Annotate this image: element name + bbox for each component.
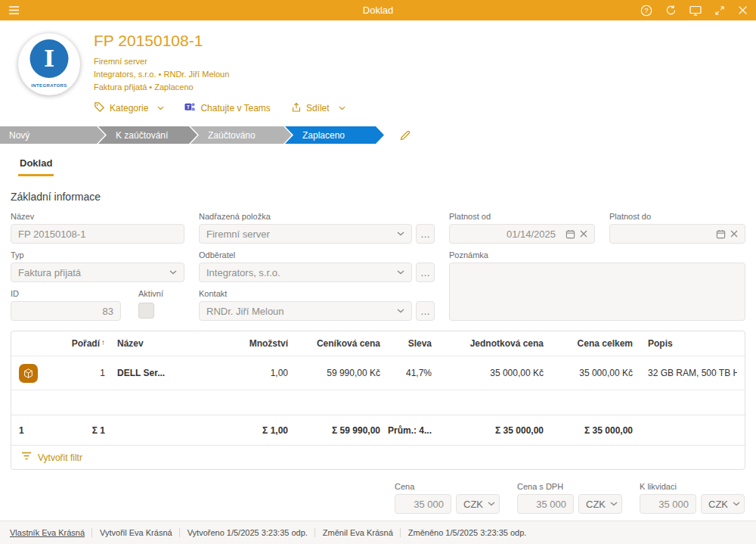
status-stage-bar: Nový K zaúčtování Zaúčtováno Zaplaceno bbox=[0, 126, 756, 144]
clear-icon[interactable] bbox=[580, 230, 587, 238]
cena-input[interactable]: 35 000 bbox=[395, 494, 451, 514]
total-label-cena: Cena bbox=[395, 482, 500, 491]
hamburger-menu-icon[interactable] bbox=[8, 5, 20, 15]
modified-timestamp: Změněno 1/5/2025 3:23:35 odp. bbox=[400, 528, 527, 537]
cell-jednotkova-cena: 35 000,00 Kč bbox=[432, 368, 544, 378]
odberatel-more-button[interactable]: … bbox=[416, 263, 435, 282]
summary-cenikova-cena: Σ 59 990,00 bbox=[288, 425, 380, 436]
totals-panel: Cena 35 000 CZK Cena s DPH 35 000 CZK K … bbox=[11, 482, 745, 514]
filter-icon bbox=[21, 452, 32, 463]
grid-summary-row: 1 Σ 1 Σ 1,00 Σ 59 990,00 Prům.: 4... Σ 3… bbox=[11, 415, 745, 446]
nazev-input[interactable]: FP 20150108-1 bbox=[11, 224, 184, 244]
typ-combo[interactable]: Faktura přijatá bbox=[11, 263, 184, 282]
svg-text:T: T bbox=[187, 104, 191, 110]
window-titlebar: Doklad ? bbox=[0, 0, 756, 20]
cell-cena-celkem: 35 000,00 Kč bbox=[544, 368, 633, 378]
chevron-down-icon bbox=[169, 270, 177, 275]
nadrazena-polozka-more-button[interactable]: … bbox=[416, 224, 435, 244]
nadrazena-polozka-combo[interactable]: Firemní server bbox=[199, 224, 412, 244]
column-header-mnozstvi[interactable]: Množství bbox=[218, 338, 288, 349]
sync-icon[interactable] bbox=[665, 5, 677, 16]
grid-row[interactable]: 1 DELL Ser... 1,00 59 990,00 Kč 41,7% 35… bbox=[11, 356, 745, 390]
help-icon[interactable]: ? bbox=[640, 5, 652, 17]
summary-count: 1 bbox=[19, 425, 46, 436]
chevron-down-icon bbox=[397, 270, 404, 275]
summary-jednotkova-cena: Σ 35 000,00 bbox=[432, 425, 544, 436]
tab-bar: Doklad bbox=[18, 156, 738, 176]
line-items-grid: Pořadí↑ Název Množství Ceníková cena Sle… bbox=[11, 331, 745, 470]
edit-stage-pencil-icon[interactable] bbox=[399, 129, 411, 141]
calendar-icon[interactable] bbox=[565, 229, 575, 239]
poznamka-textarea[interactable] bbox=[449, 263, 745, 321]
cell-mnozstvi: 1,00 bbox=[218, 368, 288, 378]
id-input[interactable]: 83 bbox=[11, 301, 121, 321]
stage-zauctovano[interactable]: Zaúčtováno bbox=[191, 126, 292, 144]
created-by-text: Vytvořil Eva Krásná bbox=[91, 528, 172, 537]
platnost-do-datepicker[interactable] bbox=[609, 224, 745, 244]
cena-s-dph-currency-select[interactable]: CZK bbox=[578, 494, 622, 514]
tag-icon bbox=[94, 101, 105, 115]
create-filter-link[interactable]: Vytvořit filtr bbox=[11, 446, 745, 469]
chevron-down-icon bbox=[397, 309, 404, 313]
chevron-down-icon bbox=[397, 232, 404, 236]
stage-k-zauctovani[interactable]: K zaúčtování bbox=[98, 126, 197, 144]
odberatel-combo[interactable]: Integrators, s.r.o. bbox=[199, 263, 412, 282]
tab-doklad[interactable]: Doklad bbox=[18, 157, 54, 176]
column-header-popis[interactable]: Popis bbox=[633, 338, 737, 349]
column-header-cenikova-cena[interactable]: Ceníková cena bbox=[288, 338, 380, 349]
doklad-window: Doklad ? I INTEGRATORS FP 2015010 bbox=[0, 0, 756, 544]
clear-icon[interactable] bbox=[730, 230, 738, 238]
cell-nazev: DELL Ser... bbox=[105, 368, 218, 378]
column-header-nazev[interactable]: Název bbox=[105, 338, 218, 349]
column-header-sleva[interactable]: Sleva bbox=[380, 338, 432, 349]
subtitle-company-contact: Integrators, s.r.o. • RNDr. Jiří Meloun bbox=[94, 68, 345, 81]
cell-cenikova-cena: 59 990,00 Kč bbox=[288, 368, 380, 378]
categories-button[interactable]: Kategorie bbox=[94, 101, 164, 115]
chevron-down-icon bbox=[339, 106, 345, 110]
owner-link[interactable]: Vlastník Eva Krásná bbox=[10, 528, 85, 537]
column-header-poradi[interactable]: Pořadí↑ bbox=[46, 338, 105, 349]
status-footer: Vlastník Eva Krásná Vytvořil Eva Krásná … bbox=[0, 521, 756, 544]
column-header-jednotkova-cena[interactable]: Jednotková cena bbox=[432, 338, 544, 349]
logo-brand-text: INTEGRATORS bbox=[18, 83, 80, 88]
total-cena-group: Cena 35 000 CZK bbox=[395, 482, 500, 514]
summary-poradi: Σ 1 bbox=[46, 425, 105, 436]
total-k-likvidaci-group: K likvidaci 35 000 CZK bbox=[640, 482, 745, 514]
document-header: I INTEGRATORS FP 20150108-1 Firemní serv… bbox=[0, 20, 756, 118]
kontakt-more-button[interactable]: … bbox=[416, 301, 435, 321]
total-label-cena-s-dph: Cena s DPH bbox=[517, 482, 622, 491]
section-title: Základní informace bbox=[11, 191, 745, 203]
cena-s-dph-input[interactable]: 35 000 bbox=[517, 494, 574, 514]
field-label-typ: Typ bbox=[11, 250, 184, 260]
k-likvidaci-currency-select[interactable]: CZK bbox=[701, 494, 745, 514]
cell-popis: 32 GB RAM, 500 TB HDD, Xeon ... bbox=[633, 368, 737, 378]
chevron-down-icon bbox=[488, 502, 495, 506]
share-icon bbox=[291, 102, 302, 115]
calendar-icon[interactable] bbox=[716, 229, 726, 239]
platnost-od-datepicker[interactable]: 01/14/2025 bbox=[449, 224, 595, 244]
modified-by-text: Změnil Eva Krásná bbox=[314, 528, 393, 537]
field-label-aktivni: Aktivní bbox=[138, 289, 163, 298]
k-likvidaci-input[interactable]: 35 000 bbox=[640, 494, 696, 514]
basic-info-form: Název FP 20150108-1 Nadřazená položka Fi… bbox=[11, 212, 745, 321]
cena-currency-select[interactable]: CZK bbox=[456, 494, 500, 514]
stage-novy[interactable]: Nový bbox=[0, 126, 105, 144]
field-label-odberatel: Odběratel bbox=[199, 250, 435, 260]
aktivni-checkbox[interactable] bbox=[138, 303, 154, 319]
monitor-icon[interactable] bbox=[689, 5, 702, 16]
total-label-k-likvidaci: K likvidaci bbox=[640, 482, 745, 491]
column-header-cena-celkem[interactable]: Cena celkem bbox=[544, 338, 633, 349]
summary-sleva: Prům.: 4... bbox=[380, 425, 432, 436]
share-button[interactable]: Sdílet bbox=[291, 101, 345, 115]
close-icon[interactable] bbox=[738, 5, 748, 15]
created-timestamp: Vytvořeno 1/5/2025 3:23:35 odp. bbox=[179, 528, 308, 537]
maximize-icon[interactable] bbox=[714, 5, 725, 16]
stage-zaplaceno-active[interactable]: Zaplaceno bbox=[285, 126, 384, 144]
kontakt-combo[interactable]: RNDr. Jiří Meloun bbox=[199, 301, 412, 321]
teams-chat-button[interactable]: T Chatujte v Teams bbox=[184, 101, 271, 115]
teams-icon: T bbox=[184, 101, 196, 115]
svg-text:?: ? bbox=[644, 6, 648, 14]
field-label-platnost-do: Platnost do bbox=[609, 212, 745, 221]
header-actions: Kategorie T Chatujte v Teams Sdílet bbox=[94, 101, 345, 115]
logo-letter: I bbox=[44, 45, 54, 72]
